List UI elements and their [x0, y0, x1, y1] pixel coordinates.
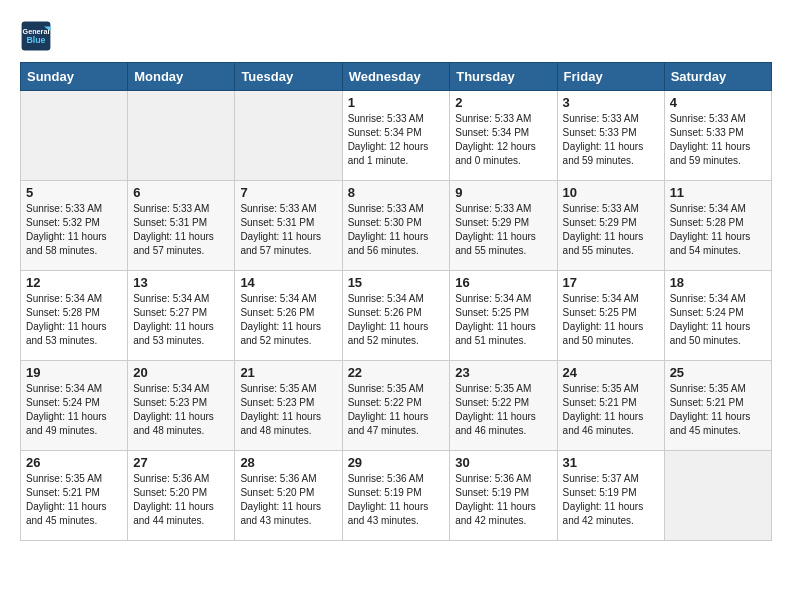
day-info: Sunrise: 5:34 AMSunset: 5:26 PMDaylight:…	[240, 292, 336, 348]
day-info: Sunrise: 5:34 AMSunset: 5:26 PMDaylight:…	[348, 292, 445, 348]
day-number: 18	[670, 275, 766, 290]
day-info: Sunrise: 5:33 AMSunset: 5:29 PMDaylight:…	[563, 202, 659, 258]
day-info: Sunrise: 5:36 AMSunset: 5:19 PMDaylight:…	[455, 472, 551, 528]
day-info: Sunrise: 5:36 AMSunset: 5:20 PMDaylight:…	[133, 472, 229, 528]
table-row: 24Sunrise: 5:35 AMSunset: 5:21 PMDayligh…	[557, 361, 664, 451]
day-number: 10	[563, 185, 659, 200]
day-info: Sunrise: 5:33 AMSunset: 5:33 PMDaylight:…	[563, 112, 659, 168]
day-number: 28	[240, 455, 336, 470]
day-number: 5	[26, 185, 122, 200]
col-thursday: Thursday	[450, 63, 557, 91]
day-number: 1	[348, 95, 445, 110]
day-info: Sunrise: 5:33 AMSunset: 5:33 PMDaylight:…	[670, 112, 766, 168]
day-info: Sunrise: 5:33 AMSunset: 5:34 PMDaylight:…	[455, 112, 551, 168]
calendar-week-row: 26Sunrise: 5:35 AMSunset: 5:21 PMDayligh…	[21, 451, 772, 541]
table-row: 20Sunrise: 5:34 AMSunset: 5:23 PMDayligh…	[128, 361, 235, 451]
day-info: Sunrise: 5:33 AMSunset: 5:31 PMDaylight:…	[240, 202, 336, 258]
day-number: 9	[455, 185, 551, 200]
day-info: Sunrise: 5:37 AMSunset: 5:19 PMDaylight:…	[563, 472, 659, 528]
day-number: 29	[348, 455, 445, 470]
table-row: 5Sunrise: 5:33 AMSunset: 5:32 PMDaylight…	[21, 181, 128, 271]
day-info: Sunrise: 5:34 AMSunset: 5:24 PMDaylight:…	[26, 382, 122, 438]
day-number: 2	[455, 95, 551, 110]
day-number: 27	[133, 455, 229, 470]
table-row: 8Sunrise: 5:33 AMSunset: 5:30 PMDaylight…	[342, 181, 450, 271]
table-row	[128, 91, 235, 181]
calendar-week-row: 5Sunrise: 5:33 AMSunset: 5:32 PMDaylight…	[21, 181, 772, 271]
table-row: 14Sunrise: 5:34 AMSunset: 5:26 PMDayligh…	[235, 271, 342, 361]
table-row: 18Sunrise: 5:34 AMSunset: 5:24 PMDayligh…	[664, 271, 771, 361]
day-number: 3	[563, 95, 659, 110]
logo-icon: General Blue	[20, 20, 52, 52]
day-number: 11	[670, 185, 766, 200]
table-row: 22Sunrise: 5:35 AMSunset: 5:22 PMDayligh…	[342, 361, 450, 451]
table-row: 12Sunrise: 5:34 AMSunset: 5:28 PMDayligh…	[21, 271, 128, 361]
col-friday: Friday	[557, 63, 664, 91]
day-info: Sunrise: 5:35 AMSunset: 5:22 PMDaylight:…	[455, 382, 551, 438]
day-info: Sunrise: 5:35 AMSunset: 5:23 PMDaylight:…	[240, 382, 336, 438]
day-number: 14	[240, 275, 336, 290]
col-wednesday: Wednesday	[342, 63, 450, 91]
day-info: Sunrise: 5:33 AMSunset: 5:32 PMDaylight:…	[26, 202, 122, 258]
col-monday: Monday	[128, 63, 235, 91]
table-row: 13Sunrise: 5:34 AMSunset: 5:27 PMDayligh…	[128, 271, 235, 361]
col-sunday: Sunday	[21, 63, 128, 91]
day-number: 19	[26, 365, 122, 380]
calendar-week-row: 1Sunrise: 5:33 AMSunset: 5:34 PMDaylight…	[21, 91, 772, 181]
day-number: 30	[455, 455, 551, 470]
day-info: Sunrise: 5:35 AMSunset: 5:21 PMDaylight:…	[26, 472, 122, 528]
day-info: Sunrise: 5:33 AMSunset: 5:34 PMDaylight:…	[348, 112, 445, 168]
table-row	[664, 451, 771, 541]
day-info: Sunrise: 5:35 AMSunset: 5:22 PMDaylight:…	[348, 382, 445, 438]
day-info: Sunrise: 5:34 AMSunset: 5:28 PMDaylight:…	[26, 292, 122, 348]
table-row	[235, 91, 342, 181]
day-info: Sunrise: 5:34 AMSunset: 5:25 PMDaylight:…	[563, 292, 659, 348]
table-row: 26Sunrise: 5:35 AMSunset: 5:21 PMDayligh…	[21, 451, 128, 541]
calendar-header-row: Sunday Monday Tuesday Wednesday Thursday…	[21, 63, 772, 91]
table-row: 23Sunrise: 5:35 AMSunset: 5:22 PMDayligh…	[450, 361, 557, 451]
table-row: 17Sunrise: 5:34 AMSunset: 5:25 PMDayligh…	[557, 271, 664, 361]
day-number: 26	[26, 455, 122, 470]
day-info: Sunrise: 5:33 AMSunset: 5:30 PMDaylight:…	[348, 202, 445, 258]
table-row: 7Sunrise: 5:33 AMSunset: 5:31 PMDaylight…	[235, 181, 342, 271]
day-info: Sunrise: 5:34 AMSunset: 5:25 PMDaylight:…	[455, 292, 551, 348]
logo: General Blue	[20, 20, 56, 52]
table-row: 3Sunrise: 5:33 AMSunset: 5:33 PMDaylight…	[557, 91, 664, 181]
col-tuesday: Tuesday	[235, 63, 342, 91]
table-row: 29Sunrise: 5:36 AMSunset: 5:19 PMDayligh…	[342, 451, 450, 541]
day-number: 17	[563, 275, 659, 290]
day-number: 21	[240, 365, 336, 380]
day-number: 20	[133, 365, 229, 380]
header: General Blue	[20, 20, 772, 52]
table-row: 16Sunrise: 5:34 AMSunset: 5:25 PMDayligh…	[450, 271, 557, 361]
table-row: 21Sunrise: 5:35 AMSunset: 5:23 PMDayligh…	[235, 361, 342, 451]
calendar-week-row: 12Sunrise: 5:34 AMSunset: 5:28 PMDayligh…	[21, 271, 772, 361]
table-row: 28Sunrise: 5:36 AMSunset: 5:20 PMDayligh…	[235, 451, 342, 541]
day-number: 4	[670, 95, 766, 110]
table-row: 10Sunrise: 5:33 AMSunset: 5:29 PMDayligh…	[557, 181, 664, 271]
day-info: Sunrise: 5:33 AMSunset: 5:31 PMDaylight:…	[133, 202, 229, 258]
svg-text:Blue: Blue	[26, 35, 45, 45]
day-info: Sunrise: 5:36 AMSunset: 5:20 PMDaylight:…	[240, 472, 336, 528]
table-row	[21, 91, 128, 181]
calendar-table: Sunday Monday Tuesday Wednesday Thursday…	[20, 62, 772, 541]
table-row: 6Sunrise: 5:33 AMSunset: 5:31 PMDaylight…	[128, 181, 235, 271]
table-row: 1Sunrise: 5:33 AMSunset: 5:34 PMDaylight…	[342, 91, 450, 181]
table-row: 27Sunrise: 5:36 AMSunset: 5:20 PMDayligh…	[128, 451, 235, 541]
day-number: 23	[455, 365, 551, 380]
day-number: 13	[133, 275, 229, 290]
table-row: 2Sunrise: 5:33 AMSunset: 5:34 PMDaylight…	[450, 91, 557, 181]
calendar-week-row: 19Sunrise: 5:34 AMSunset: 5:24 PMDayligh…	[21, 361, 772, 451]
day-number: 12	[26, 275, 122, 290]
day-info: Sunrise: 5:34 AMSunset: 5:27 PMDaylight:…	[133, 292, 229, 348]
day-info: Sunrise: 5:34 AMSunset: 5:23 PMDaylight:…	[133, 382, 229, 438]
day-info: Sunrise: 5:34 AMSunset: 5:24 PMDaylight:…	[670, 292, 766, 348]
table-row: 15Sunrise: 5:34 AMSunset: 5:26 PMDayligh…	[342, 271, 450, 361]
day-info: Sunrise: 5:34 AMSunset: 5:28 PMDaylight:…	[670, 202, 766, 258]
day-info: Sunrise: 5:35 AMSunset: 5:21 PMDaylight:…	[670, 382, 766, 438]
day-number: 25	[670, 365, 766, 380]
day-number: 6	[133, 185, 229, 200]
day-info: Sunrise: 5:33 AMSunset: 5:29 PMDaylight:…	[455, 202, 551, 258]
table-row: 19Sunrise: 5:34 AMSunset: 5:24 PMDayligh…	[21, 361, 128, 451]
table-row: 25Sunrise: 5:35 AMSunset: 5:21 PMDayligh…	[664, 361, 771, 451]
